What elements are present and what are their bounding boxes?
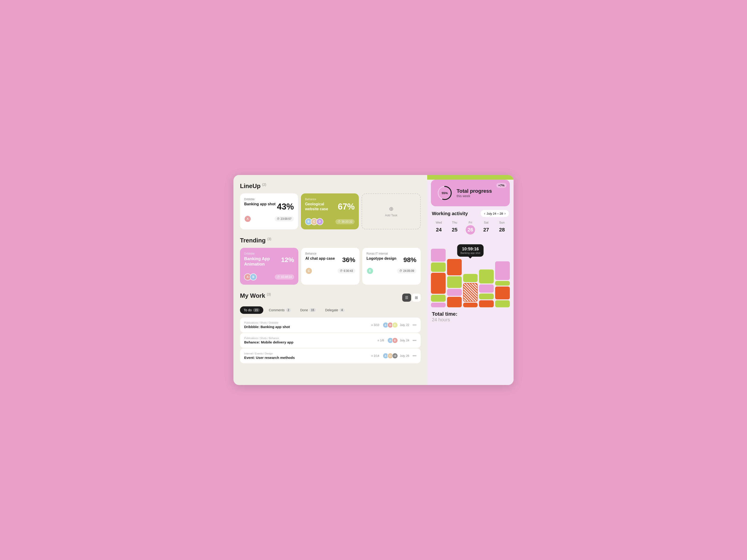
bar: [479, 269, 494, 284]
work-avatars-3: A C +3: [383, 353, 396, 359]
t-percent-2: 36%: [342, 256, 355, 264]
avatar: B: [392, 338, 398, 344]
bar: [463, 303, 478, 307]
clock-icon-3: ⏱: [277, 275, 280, 278]
t-platform-1: Dribbble: [244, 252, 294, 255]
t-title-3: Logotype design: [366, 256, 403, 261]
work-item-1[interactable]: Publications / Shots / Dribbble Dribbble…: [240, 318, 421, 332]
day-col-thu[interactable]: Thu 25: [450, 221, 459, 235]
chart-col-fri: 10:59:16 Banking app shot: [463, 237, 478, 307]
calendar-days: Wed 24 Thu 25 Fri 26 Sat 27 Sun 28: [427, 221, 514, 235]
bar: [447, 297, 462, 307]
tooltip-label: Banking app shot: [460, 251, 480, 254]
trending-card-1[interactable]: Dribbble Banking App Animation 12% A B ⏱…: [240, 248, 298, 285]
trending-card-3[interactable]: Ronas IT internal Logotype design 98% E …: [362, 248, 421, 285]
card-platform-1: Dribbble: [244, 197, 294, 201]
prev-week-arrow[interactable]: ‹: [484, 211, 485, 216]
bar: [495, 281, 510, 286]
t-time-3: ⏱ 24:05:09: [397, 268, 416, 273]
day-col-sat[interactable]: Sat 27: [482, 221, 491, 235]
bar: [495, 300, 510, 307]
tooltip-arrow: [468, 257, 472, 259]
card-percent-1: 43%: [277, 202, 294, 212]
work-date-1: July, 22: [400, 323, 409, 327]
bar: [431, 249, 446, 262]
work-progress-2: ≡ 1/8: [378, 339, 384, 342]
lineup-card-2[interactable]: Behance Geological website case 67% B C …: [301, 193, 359, 229]
day-label-fri: Fri: [468, 221, 472, 224]
work-more-button-1[interactable]: •••: [412, 323, 416, 327]
day-num-fri: 26: [466, 225, 475, 235]
day-col-sun[interactable]: Sun 28: [497, 221, 507, 235]
progress-ring: 55%: [437, 185, 453, 201]
progress-svg: 55%: [437, 185, 453, 201]
mywork-count: (3): [267, 293, 271, 296]
t-footer-2: C ⏱ 6:30:43: [305, 267, 355, 274]
clock-icon-2: ⏱: [338, 220, 341, 223]
work-item-3[interactable]: Internal / Events / Design Event: User r…: [240, 348, 421, 363]
progress-subtitle: this week: [457, 194, 492, 198]
avatar: B: [250, 273, 257, 281]
tab-delegate[interactable]: Delegate 4: [321, 306, 348, 314]
lineup-card-1[interactable]: Dribbble Banking app shot 43% A ⏱ 23:00:…: [240, 193, 298, 229]
card-title-2: Geological website case: [305, 202, 338, 212]
bar: [447, 259, 462, 275]
day-col-fri[interactable]: Fri 26: [466, 221, 475, 235]
bar: [431, 295, 446, 302]
clock-icon-1: ⏱: [277, 217, 280, 220]
work-avatars-1: A B C: [383, 322, 396, 328]
next-week-arrow[interactable]: ›: [505, 211, 506, 216]
work-item-left-1: Publications / Shots / Dribbble Dribbble…: [244, 321, 368, 329]
avatar: D: [316, 218, 323, 225]
trending-count: (3): [267, 237, 271, 241]
date-range: July 24 – 28: [487, 212, 503, 215]
bar: [431, 273, 446, 294]
bar: [431, 303, 446, 307]
bar: [431, 263, 446, 272]
bar: [479, 285, 494, 293]
left-panel: LineUp (2) Dribbble Banking app shot 43%…: [233, 175, 427, 385]
lineup-count: (2): [262, 183, 266, 186]
date-nav[interactable]: ‹ July 24 – 28 ›: [481, 210, 509, 217]
add-task-card[interactable]: ⊕ Add Task: [362, 193, 421, 229]
t-percent-1: 12%: [281, 256, 294, 264]
progress-card: +7% 55% Total progress this week: [431, 180, 510, 206]
tab-done[interactable]: Done 15: [297, 306, 319, 314]
day-num-thu: 25: [450, 225, 459, 235]
avatar-row-1: A: [244, 215, 250, 222]
trending-title: Trending (3): [240, 237, 421, 244]
day-col-wed[interactable]: Wed 24: [434, 221, 443, 235]
bar: [495, 261, 510, 280]
work-item-2[interactable]: Publications / Shots / Behance Behance: …: [240, 333, 421, 348]
tab-todo[interactable]: To do 15: [240, 306, 263, 314]
tooltip-popup: 10:59:16 Banking app shot: [457, 244, 484, 257]
work-progress-3: ≡ 2/14: [371, 354, 379, 357]
t-time-1: ⏱ 10:48:14: [275, 274, 294, 279]
work-item-left-2: Publications / Shots / Behance Behance: …: [244, 337, 374, 344]
progress-title: Total progress: [457, 188, 492, 194]
avatar: C: [392, 322, 398, 328]
day-num-sun: 28: [497, 225, 507, 235]
chart-area: 10:59:16 Banking app shot: [427, 237, 514, 307]
activity-header: Working activity ‹ July 24 – 28 ›: [427, 210, 514, 217]
card-percent-2: 67%: [338, 202, 355, 212]
card-footer-1: A ⏱ 23:00:57: [244, 215, 294, 222]
mywork-title: My Work (3): [240, 292, 271, 299]
list-view-button[interactable]: ☰: [402, 294, 411, 302]
tab-comments[interactable]: Comments 2: [265, 306, 294, 314]
bar: [447, 289, 462, 296]
work-more-button-2[interactable]: •••: [412, 338, 416, 343]
chart-col-wed: [431, 237, 446, 307]
trending-card-2[interactable]: Behance AI chat app case 36% C ⏱ 6:30:43: [301, 248, 360, 285]
work-progress-1: ≡ 3/10: [371, 323, 379, 327]
work-more-button-3[interactable]: •••: [412, 354, 416, 358]
grid-view-button[interactable]: ⊞: [412, 294, 421, 302]
view-toggle: ☰ ⊞: [402, 294, 421, 302]
t-title-2: AI chat app case: [305, 256, 342, 261]
activity-title: Working activity: [432, 211, 468, 216]
work-avatars-2: A B: [387, 338, 396, 344]
t-time-2: ⏱ 6:30:43: [338, 268, 355, 273]
lineup-cards: Dribbble Banking app shot 43% A ⏱ 23:00:…: [240, 193, 421, 229]
work-item-left-3: Internal / Events / Design Event: User r…: [244, 352, 368, 359]
t-percent-3: 98%: [403, 256, 416, 264]
